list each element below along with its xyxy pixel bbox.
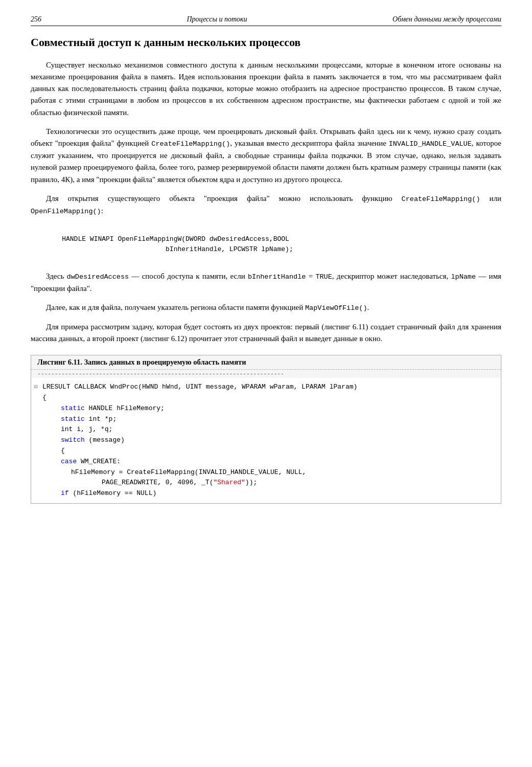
listing-box: Листинг 6.11. Запись данных в проецируем… — [31, 355, 501, 504]
paragraph-3: Для открытия существующего объекта "прое… — [31, 193, 501, 217]
code-text-open-brace: { — [40, 393, 501, 403]
paragraph-2: Технологически это осуществить даже прощ… — [31, 126, 501, 186]
code-line-switch-brace: { — [31, 446, 501, 457]
code-line-case: case WM_CREATE: — [31, 457, 501, 467]
code-line-create-mapping-2: PAGE_READWRITE, 0, 4096, _T("Shared")); — [31, 478, 501, 488]
code-text-int-vars: int i, j, *q; — [40, 424, 501, 435]
code-line-create-mapping-1: hFileMemory = CreateFileMapping(INVALID_… — [31, 467, 501, 478]
paragraph-1: Существует несколько механизмов совместн… — [31, 59, 501, 119]
code-line-static-handle: static HANDLE hFileMemory; — [31, 403, 501, 414]
listing-header: Листинг 6.11. Запись данных в проецируем… — [31, 355, 501, 370]
code-line-wndproc: ⊟ LRESULT CALLBACK WndProc(HWND hWnd, UI… — [31, 382, 501, 393]
code-line-switch: switch (message) — [31, 435, 501, 446]
page: 256 Процессы и потоки Обмен данными межд… — [0, 0, 532, 767]
header-chapter: Процессы и потоки — [187, 15, 247, 24]
header-section: Обмен данными между процессами — [392, 15, 501, 24]
code-text-wndproc: LRESULT CALLBACK WndProc(HWND hWnd, UINT… — [40, 382, 501, 393]
code-block-openfilemapping: HANDLE WINAPI OpenFileMappingW(DWORD dwD… — [46, 224, 501, 264]
code-line-int-vars: int i, j, *q; — [31, 424, 501, 435]
listing-code: ⊟ LRESULT CALLBACK WndProc(HWND hWnd, UI… — [31, 378, 501, 503]
gutter-empty-4 — [31, 424, 40, 435]
gutter-empty-1 — [31, 393, 40, 403]
code-line-if-null: if (hFileMemory == NULL) — [31, 488, 501, 499]
code-line-open-brace: { — [31, 393, 501, 403]
code-text-case: case WM_CREATE: — [40, 457, 501, 467]
listing-dashes: ----------------------------------------… — [31, 370, 501, 378]
code-text-static-int: static int *p; — [40, 414, 501, 425]
page-header: 256 Процессы и потоки Обмен данными межд… — [31, 15, 501, 26]
gutter-empty-10 — [31, 488, 40, 499]
gutter-empty-2 — [31, 403, 40, 414]
code-line-1: HANDLE WINAPI OpenFileMappingW(DWORD dwD… — [62, 235, 289, 243]
code-text-create-mapping-1: hFileMemory = CreateFileMapping(INVALID_… — [40, 467, 501, 478]
code-line-2: bInheritHandle, LPCWSTR lpName); — [46, 245, 293, 253]
gutter-empty-8 — [31, 467, 40, 478]
paragraph-access: Здесь dwDesiredAccess — способ доступа к… — [31, 270, 501, 295]
code-text-if-null: if (hFileMemory == NULL) — [40, 488, 501, 499]
gutter-empty-6 — [31, 446, 40, 456]
chapter-title: Совместный доступ к данным нескольких пр… — [31, 35, 501, 50]
code-text-static-handle: static HANDLE hFileMemory; — [40, 403, 501, 414]
page-number: 256 — [31, 15, 41, 24]
paragraph-example: Для примера рассмотрим задачу, которая б… — [31, 321, 501, 345]
gutter-empty-9 — [31, 478, 40, 488]
paragraph-mapview: Далее, как и для файла, получаем указате… — [31, 302, 501, 314]
gutter-empty-7 — [31, 457, 40, 467]
code-text-create-mapping-2: PAGE_READWRITE, 0, 4096, _T("Shared")); — [40, 478, 501, 488]
gutter-empty-3 — [31, 414, 40, 424]
code-text-switch: switch (message) — [40, 435, 501, 446]
gutter-empty-5 — [31, 435, 40, 445]
collapse-icon[interactable]: ⊟ — [31, 382, 40, 392]
code-text-switch-brace: { — [40, 446, 501, 457]
code-line-static-int: static int *p; — [31, 414, 501, 425]
